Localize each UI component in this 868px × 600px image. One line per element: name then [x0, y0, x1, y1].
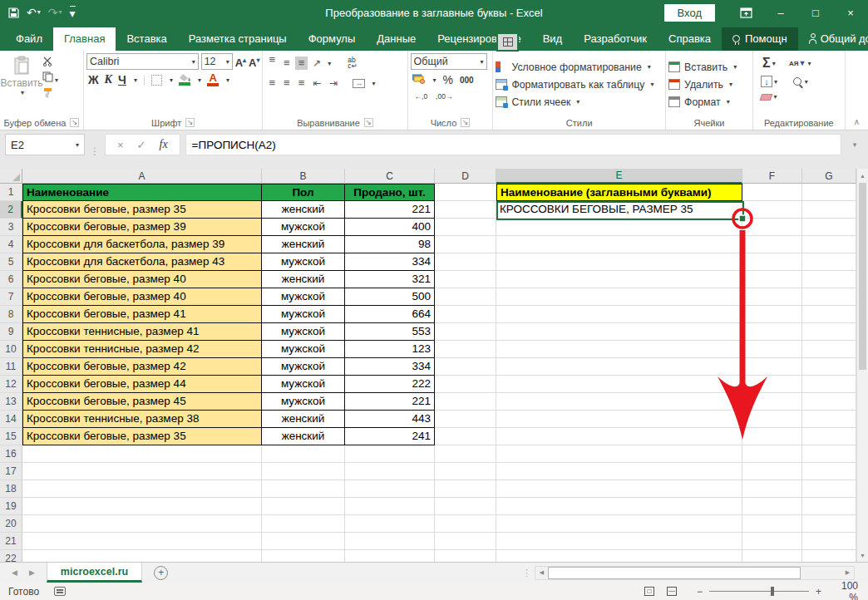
- macro-record-icon[interactable]: [54, 587, 66, 596]
- decrease-decimal-button[interactable]: ,00→: [433, 91, 455, 102]
- cell-A20[interactable]: [22, 515, 262, 533]
- cell-B2[interactable]: женский: [262, 201, 345, 219]
- cell-E22[interactable]: [496, 550, 742, 562]
- sort-filter-button[interactable]: АЯ▼▾: [786, 57, 814, 70]
- cell-F20[interactable]: [742, 515, 802, 533]
- increase-decimal-button[interactable]: ←,0: [412, 91, 431, 102]
- cell-D12[interactable]: [435, 376, 496, 393]
- font-color-button[interactable]: А: [207, 73, 219, 86]
- cell-F7[interactable]: [742, 288, 802, 306]
- cell-G19[interactable]: [802, 498, 856, 515]
- previous-sheet-button[interactable]: ◀: [12, 568, 17, 577]
- cell-G5[interactable]: [802, 253, 856, 271]
- tab-Главная[interactable]: Главная: [53, 27, 116, 51]
- cell-D10[interactable]: [435, 341, 496, 358]
- cut-button[interactable]: [42, 57, 58, 69]
- row-header-5[interactable]: 5: [0, 253, 22, 271]
- cell-C11[interactable]: 334: [345, 358, 435, 376]
- cell-A15[interactable]: Кроссовки беговые, размер 35: [22, 428, 262, 445]
- customize-qat-button[interactable]: ▾: [70, 6, 76, 19]
- name-box[interactable]: E2▾: [5, 134, 85, 155]
- redo-button[interactable]: ↷▾: [48, 7, 62, 18]
- cell-D2[interactable]: [435, 201, 496, 219]
- cell-F8[interactable]: [742, 306, 802, 323]
- cell-A21[interactable]: [22, 533, 262, 550]
- sheet-tab-active[interactable]: microexcel.ru: [47, 563, 142, 583]
- clear-button[interactable]: ▾: [757, 91, 781, 103]
- bold-button[interactable]: Ж: [88, 73, 99, 86]
- row-header-22[interactable]: 22: [0, 550, 22, 562]
- tab-Помощн[interactable]: Помощн: [722, 27, 798, 51]
- cell-B12[interactable]: мужской: [262, 376, 345, 393]
- cell-F6[interactable]: [742, 271, 802, 288]
- vertical-scrollbar-thumb[interactable]: [859, 183, 866, 370]
- row-header-3[interactable]: 3: [0, 219, 22, 236]
- tab-Данные[interactable]: Данные: [366, 27, 427, 51]
- cell-styles-button[interactable]: Стили ячеек▾: [496, 93, 579, 111]
- cell-E21[interactable]: [496, 533, 742, 550]
- cell-E3[interactable]: [496, 219, 742, 236]
- cell-D21[interactable]: [435, 533, 496, 550]
- font-dialog-launcher[interactable]: ↘: [185, 118, 195, 127]
- column-header-C[interactable]: C: [345, 169, 435, 184]
- cell-B9[interactable]: мужской: [262, 323, 345, 341]
- cell-D8[interactable]: [435, 306, 496, 323]
- row-header-9[interactable]: 9: [0, 323, 22, 341]
- cell-A9[interactable]: Кроссовки теннисные, размер 41: [22, 323, 262, 341]
- cell-B14[interactable]: женский: [262, 411, 345, 428]
- column-header-A[interactable]: A: [22, 169, 262, 184]
- cell-C8[interactable]: 664: [345, 306, 435, 323]
- cell-A13[interactable]: Кроссовки беговые, размер 45: [22, 393, 262, 411]
- percent-style-button[interactable]: %: [443, 73, 453, 86]
- row-header-10[interactable]: 10: [0, 341, 22, 358]
- cell-B1[interactable]: Пол: [262, 184, 345, 201]
- cell-C17[interactable]: [345, 463, 435, 480]
- row-header-19[interactable]: 19: [0, 498, 22, 515]
- clipboard-dialog-launcher[interactable]: ↘: [70, 118, 79, 127]
- cell-E19[interactable]: [496, 498, 742, 515]
- cell-C2[interactable]: 221: [345, 201, 435, 219]
- expand-formula-bar-button[interactable]: ▾: [846, 134, 863, 155]
- cell-C19[interactable]: [345, 498, 435, 515]
- cell-F5[interactable]: [742, 253, 802, 271]
- cell-A1[interactable]: Наименование: [22, 184, 262, 201]
- next-sheet-button[interactable]: ▶: [29, 568, 35, 577]
- borders-button[interactable]: [151, 75, 162, 86]
- align-bottom-button[interactable]: ≡: [295, 57, 308, 70]
- cell-B18[interactable]: [262, 480, 345, 498]
- row-header-12[interactable]: 12: [0, 376, 22, 393]
- row-header-2[interactable]: 2: [0, 201, 22, 219]
- cell-C12[interactable]: 222: [345, 376, 435, 393]
- row-header-21[interactable]: 21: [0, 533, 22, 550]
- cell-C1[interactable]: Продано, шт.: [345, 184, 435, 201]
- column-header-D[interactable]: D: [435, 169, 496, 184]
- cell-A18[interactable]: [22, 480, 262, 498]
- cell-F15[interactable]: [742, 428, 802, 445]
- row-header-1[interactable]: 1: [0, 184, 22, 201]
- tab-Разметка страницы[interactable]: Разметка страницы: [178, 27, 298, 51]
- maximize-button[interactable]: □: [798, 0, 833, 25]
- cell-E15[interactable]: [496, 428, 742, 445]
- page-break-view-button[interactable]: [661, 583, 683, 600]
- cell-F12[interactable]: [742, 376, 802, 393]
- zoom-level[interactable]: 100 %: [830, 580, 868, 600]
- cell-E8[interactable]: [496, 306, 742, 323]
- tab-Вставка[interactable]: Вставка: [116, 27, 177, 51]
- close-button[interactable]: ×: [833, 0, 868, 25]
- cell-F18[interactable]: [742, 480, 802, 498]
- italic-button[interactable]: К: [105, 73, 113, 86]
- formula-input[interactable]: =ПРОПИСН(A2): [185, 134, 841, 155]
- cell-C6[interactable]: 321: [345, 271, 435, 288]
- tab-Разработчик[interactable]: Разработчик: [573, 27, 658, 51]
- cell-D6[interactable]: [435, 271, 496, 288]
- cell-C7[interactable]: 500: [345, 288, 435, 306]
- cell-D14[interactable]: [435, 411, 496, 428]
- cell-D4[interactable]: [435, 236, 496, 253]
- tab-Вид[interactable]: Вид: [532, 27, 574, 51]
- cell-B15[interactable]: женский: [262, 428, 345, 445]
- insert-function-button[interactable]: fx: [160, 138, 168, 151]
- cell-G12[interactable]: [802, 376, 856, 393]
- row-header-11[interactable]: 11: [0, 358, 22, 376]
- cell-B4[interactable]: женский: [262, 236, 345, 253]
- row-header-17[interactable]: 17: [0, 463, 22, 480]
